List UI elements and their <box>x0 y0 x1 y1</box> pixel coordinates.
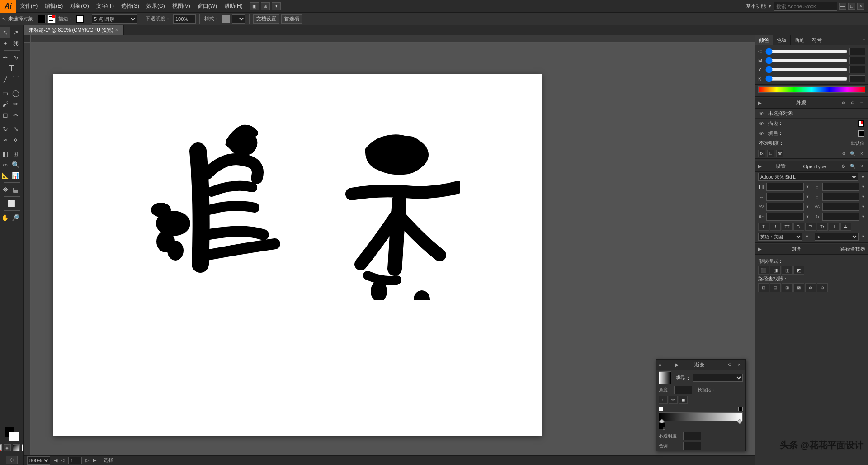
leading-arrow[interactable]: ▼ <box>861 185 865 189</box>
grad-stop-color-swatch[interactable] <box>659 423 665 429</box>
app-new-icon[interactable]: □ <box>767 150 774 157</box>
ellipse-tool[interactable]: ◯ <box>10 88 21 99</box>
stroke-indicator[interactable] <box>858 120 864 127</box>
scale-tool[interactable]: ⤡ <box>10 123 21 134</box>
opacity-input[interactable] <box>173 14 196 24</box>
gradient-angle-input[interactable] <box>674 386 692 394</box>
nav-prev-icon[interactable]: ◀ <box>54 457 57 463</box>
rect-tool[interactable]: ▭ <box>0 88 10 99</box>
menu-window[interactable]: 窗口(W) <box>194 0 221 13</box>
lang-arrow[interactable]: ▼ <box>805 234 809 239</box>
stroke-swatch[interactable] <box>47 15 56 23</box>
blend-tool[interactable]: ∞ <box>0 159 10 170</box>
intersect-btn[interactable]: ◫ <box>782 266 793 275</box>
nav-next-icon[interactable]: ▷ <box>85 457 89 463</box>
align-arrow[interactable]: ▶ <box>758 247 762 251</box>
eye-icon-1[interactable]: 👁 <box>759 111 765 116</box>
leading-input[interactable]: (14.4 ) <box>822 183 860 191</box>
doc-settings-btn[interactable]: 文档设置 <box>253 14 279 24</box>
m-slider[interactable] <box>765 58 848 63</box>
style-select[interactable] <box>232 14 245 24</box>
zoom-tool[interactable]: 🔎 <box>10 212 21 223</box>
trim-btn[interactable]: ⊟ <box>770 283 781 292</box>
tab-swatches[interactable]: 色板 <box>773 35 791 45</box>
app-close-icon[interactable]: × <box>858 150 865 157</box>
minus-front-btn[interactable]: ◨ <box>770 266 781 275</box>
eyedropper-tool[interactable]: 🔍 <box>10 159 21 170</box>
unite-btn[interactable]: ⬛ <box>758 266 769 275</box>
lasso-tool[interactable]: ⌘ <box>10 38 21 49</box>
select-tool[interactable]: ↖ <box>0 27 10 38</box>
line-tool[interactable]: ╱ <box>0 74 10 85</box>
nav-next-icon2[interactable]: ▶ <box>93 457 96 463</box>
gradient-tool[interactable]: ◧ <box>0 148 10 159</box>
tab-brushes[interactable]: 画笔 <box>791 35 808 45</box>
c-value[interactable] <box>849 48 865 55</box>
kerning-input[interactable]: 自动 <box>766 203 804 211</box>
free-distort-tool[interactable]: ⋄ <box>10 134 21 145</box>
fx-icon[interactable]: fx <box>758 150 765 157</box>
paintbrush-tool[interactable]: 🖌 <box>0 99 10 109</box>
gradient-edit-btn[interactable]: ✏ <box>669 396 678 404</box>
c-slider[interactable] <box>765 49 848 54</box>
close-btn[interactable]: × <box>857 3 864 10</box>
rotate-tool[interactable]: ↻ <box>0 123 10 134</box>
appearance-menu-icon[interactable]: ≡ <box>858 100 865 107</box>
active-tab[interactable]: 未标题-1* @ 800% (CMYK/GPU 预览) × <box>24 25 124 35</box>
direct-select-tool[interactable]: ↗ <box>10 27 21 38</box>
tracking-arrow[interactable]: ▼ <box>861 204 865 209</box>
smallcaps-btn[interactable]: Tₜ <box>793 223 804 231</box>
preferences-btn[interactable]: 首选项 <box>281 14 302 24</box>
underline-btn[interactable]: T <box>829 223 840 231</box>
maximize-btn[interactable]: □ <box>848 3 855 10</box>
gradient-swatch-preview[interactable] <box>659 371 671 384</box>
style-swatch[interactable] <box>222 15 230 23</box>
fill-swatch[interactable] <box>38 15 46 23</box>
nav-prev-icon2[interactable]: ◁ <box>61 457 65 463</box>
gradient-close-icon[interactable]: × <box>736 361 743 369</box>
y-slider[interactable] <box>765 67 848 72</box>
menu-select[interactable]: 选择(S) <box>118 0 143 13</box>
gradient-panel-expand[interactable]: ▶ <box>675 362 679 367</box>
menu-file[interactable]: 文件(F) <box>16 0 41 13</box>
gradient-new-icon[interactable]: □ <box>717 361 725 369</box>
stroke-color-swatch[interactable] <box>76 15 84 23</box>
no-fill-swatch[interactable] <box>0 444 2 451</box>
appearance-arrow[interactable]: ▶ <box>758 100 762 105</box>
m-value[interactable] <box>849 57 865 64</box>
canvas-scroll[interactable] <box>31 43 755 455</box>
minimize-btn[interactable]: — <box>839 3 846 10</box>
stroke-size-select[interactable]: 5 点 圆形 <box>92 14 137 24</box>
chevron-down-icon[interactable]: ▼ <box>768 4 772 9</box>
reverse-gradient-btn[interactable]: ↔ <box>659 396 668 404</box>
kerning-arrow[interactable]: ▼ <box>806 204 810 209</box>
gradient-swatch-small[interactable] <box>13 444 20 451</box>
mode-icon-1[interactable]: ▣ <box>250 2 259 10</box>
allcaps-btn[interactable]: TT <box>782 223 793 231</box>
language-select[interactable]: 英语：美国 <box>758 232 802 241</box>
y-value[interactable] <box>849 66 865 73</box>
app-delete-icon[interactable]: 🗑 <box>776 150 783 157</box>
grad-opacity-input[interactable] <box>683 432 701 440</box>
zoom-select[interactable]: 800% <box>27 456 50 465</box>
gradient-stop-white[interactable] <box>659 407 663 411</box>
gradient-settings-icon[interactable]: ⚙ <box>726 361 734 369</box>
eye-icon-2[interactable]: 👁 <box>759 121 765 126</box>
right-panel-menu[interactable]: ≡ <box>860 35 868 45</box>
tab-close-icon[interactable]: × <box>115 27 118 33</box>
gradient-stop-black[interactable] <box>738 407 743 411</box>
appearance-add-icon[interactable]: ⊕ <box>840 100 847 107</box>
artboard-tool[interactable]: ⬜ <box>1 198 22 209</box>
gradient-type-select[interactable] <box>693 374 743 382</box>
bar-graph-tool[interactable]: 📊 <box>10 170 21 181</box>
h-scale-arrow[interactable]: ▼ <box>806 195 810 199</box>
eraser-tool[interactable]: ◻ <box>0 109 10 120</box>
color-mode-btn[interactable]: ◈ <box>4 444 11 451</box>
grad-color-input[interactable] <box>683 442 701 450</box>
exclude-btn[interactable]: ◩ <box>793 266 804 275</box>
aa-arrow[interactable]: ▼ <box>861 234 865 239</box>
divide-btn[interactable]: ⊡ <box>758 283 769 292</box>
superscript-btn[interactable]: T² <box>805 223 816 231</box>
app-search-icon[interactable]: 🔍 <box>849 150 856 157</box>
color-spectrum-bar[interactable] <box>758 86 865 93</box>
